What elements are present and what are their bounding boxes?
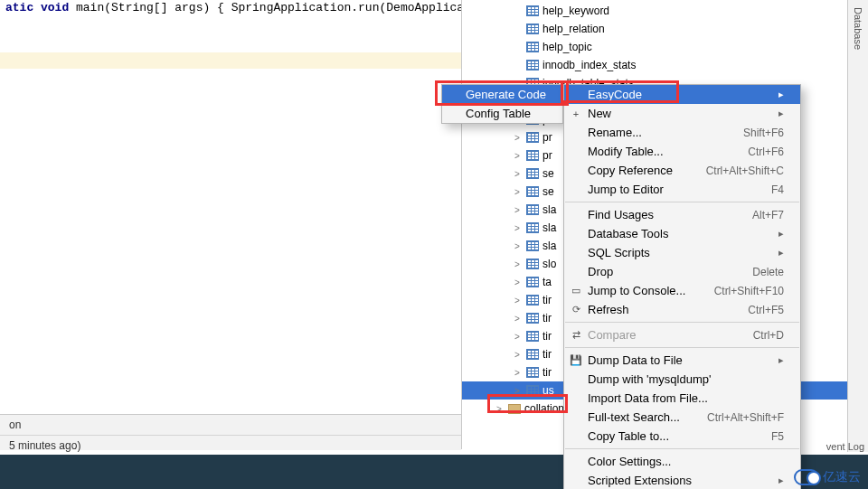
menu-jump-to-editor[interactable]: Jump to Editor F4 [564,180,800,199]
submenu-arrow-icon: ▸ [778,108,784,119]
submenu-arrow-icon: ▸ [778,247,784,259]
menu-find-usages-shortcut: Alt+F7 [752,209,784,221]
menu-drop[interactable]: Drop Delete [564,262,800,281]
table-icon [526,132,539,143]
status-line2: 5 minutes ago) [0,435,461,456]
menu-database-tools-label: Database Tools [588,227,769,240]
expand-chevron-icon[interactable]: > [512,296,523,306]
watermark-logo: 亿速云 [794,469,861,485]
tree-table-item[interactable]: help_keyword [462,2,847,20]
table-icon [526,186,539,197]
menu-rename[interactable]: Rename... Shift+F6 [564,123,800,142]
expand-chevron-icon[interactable]: > [512,368,523,378]
menu-dump-to-file[interactable]: 💾 Dump Data to File ▸ [564,351,800,370]
expand-chevron-icon[interactable]: > [512,241,523,251]
caret-line-highlight [0,52,461,69]
table-icon [526,60,539,71]
expand-chevron-icon[interactable]: > [512,151,523,161]
code-editor[interactable]: atic void main(String[] args) { SpringAp… [0,0,461,416]
menu-config-table[interactable]: Config Table [442,104,562,123]
status-bar: on 5 minutes ago) [0,414,461,450]
expand-chevron-icon[interactable]: > [512,133,523,143]
tree-item-label: ta [542,276,552,288]
table-icon [526,331,539,342]
menu-copy-reference[interactable]: Copy Reference Ctrl+Alt+Shift+C [564,161,800,180]
tree-table-item[interactable]: help_relation [462,20,847,38]
tree-item-label: tir [542,348,552,361]
tree-item-label: tir [542,366,552,379]
menu-easycode-label: EasyCode [588,88,769,101]
menu-sql-scripts[interactable]: SQL Scripts ▸ [564,243,800,262]
table-icon [526,367,539,378]
menu-copy-reference-shortcut: Ctrl+Alt+Shift+C [706,165,784,177]
tree-item-label: innodb_index_stats [542,59,636,71]
folder-icon [508,404,521,414]
menu-fulltext-search[interactable]: Full-text Search... Ctrl+Alt+Shift+F [564,408,800,427]
table-icon [526,204,539,215]
table-icon [526,5,539,16]
menu-generate-code-label: Generate Code [466,88,546,101]
tree-item-label: pr [542,131,552,144]
expand-chevron-icon[interactable]: > [512,332,523,342]
database-tool-tab[interactable]: Database [847,0,868,452]
expand-chevron-icon[interactable]: > [512,205,523,215]
tree-item-label: help_topic [542,41,592,53]
menu-compare-label: Compare [588,328,731,342]
menu-find-usages[interactable]: Find Usages Alt+F7 [564,205,800,224]
tree-item-label: slo [542,258,556,270]
menu-import-data-label: Import Data from File... [588,391,784,405]
menu-compare: ⇄ Compare Ctrl+D [564,325,800,344]
expand-chevron-icon[interactable]: > [512,187,523,197]
menu-scripted-extensions[interactable]: Scripted Extensions ▸ [564,471,800,489]
tree-item-label: sla [542,221,556,234]
menu-copy-table-to[interactable]: Copy Table to... F5 [564,427,800,446]
menu-drop-label: Drop [588,265,731,278]
menu-jump-to-editor-label: Jump to Editor [588,183,750,196]
menu-new[interactable]: + New ▸ [564,104,800,123]
menu-new-label: New [588,107,769,120]
compare-icon: ⇄ [570,329,582,342]
expand-chevron-icon[interactable]: > [494,404,505,414]
menu-compare-shortcut: Ctrl+D [753,329,784,342]
tree-table-item[interactable]: innodb_index_stats [462,56,847,74]
menu-refresh[interactable]: ⟳ Refresh Ctrl+F5 [564,300,800,319]
table-icon [526,313,539,324]
menu-modify-table[interactable]: Modify Table... Ctrl+F6 [564,142,800,161]
save-icon: 💾 [570,354,582,367]
tree-item-label: help_keyword [542,5,609,17]
table-icon [526,24,539,34]
menu-fulltext-search-label: Full-text Search... [588,410,685,424]
expand-chevron-icon[interactable]: > [512,350,523,360]
menu-database-tools[interactable]: Database Tools ▸ [564,224,800,243]
menu-modify-table-label: Modify Table... [588,145,726,158]
expand-chevron-icon[interactable]: > [512,386,523,396]
tree-item-label: tir [542,312,552,324]
menu-jump-to-console[interactable]: ▭ Jump to Console... Ctrl+Shift+F10 [564,281,800,300]
expand-chevron-icon[interactable]: > [512,223,523,233]
tree-item-label: tir [542,294,552,306]
table-icon [526,240,539,251]
event-log-label[interactable]: vent Log [826,441,864,452]
menu-import-data[interactable]: Import Data from File... [564,389,800,408]
menu-generate-code[interactable]: Generate Code [442,85,562,104]
submenu-arrow-icon: ▸ [778,354,784,366]
menu-sql-scripts-label: SQL Scripts [588,246,769,259]
menu-rename-shortcut: Shift+F6 [743,127,784,139]
tree-table-item[interactable]: help_topic [462,38,847,56]
expand-chevron-icon[interactable]: > [512,259,523,269]
database-tool-tab-label: Database [848,0,863,50]
menu-separator [565,202,799,202]
menu-copy-table-to-shortcut: F5 [771,430,784,443]
tree-item-label: tir [542,330,552,343]
menu-dump-mysqldump[interactable]: Dump with 'mysqldump' [564,370,800,389]
menu-color-settings[interactable]: Color Settings... [564,452,800,471]
expand-chevron-icon[interactable]: > [512,314,523,324]
menu-separator [565,448,799,449]
expand-chevron-icon[interactable]: > [512,169,523,179]
tree-item-label: se [542,167,554,180]
menu-easycode[interactable]: EasyCode ▸ [564,85,800,104]
code-line: atic void main(String[] args) { SpringAp… [0,0,461,16]
menu-dump-to-file-label: Dump Data to File [588,353,769,367]
expand-chevron-icon[interactable]: > [512,277,523,287]
menu-copy-table-to-label: Copy Table to... [588,429,750,443]
